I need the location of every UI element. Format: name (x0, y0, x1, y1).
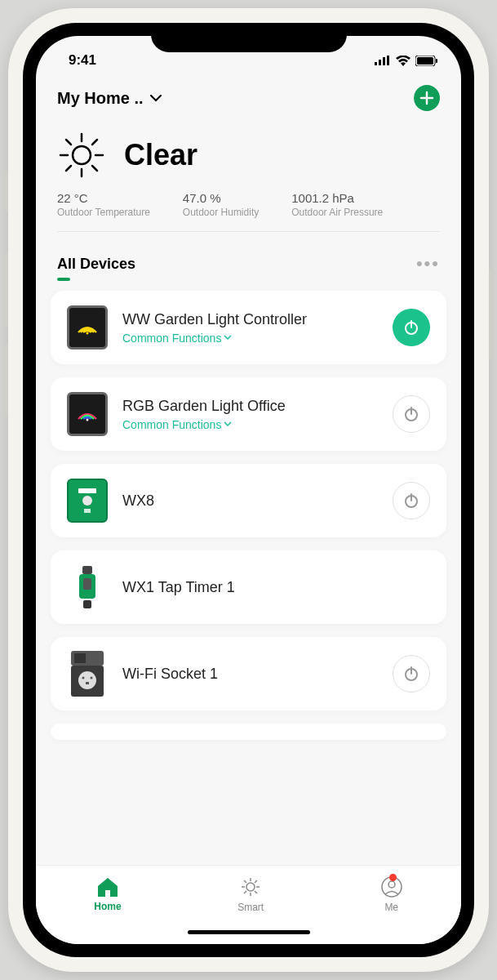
svg-line-15 (92, 140, 97, 145)
stat-humidity: 47.0 % Outdoor Humidity (183, 191, 259, 218)
wifi-icon (396, 56, 410, 66)
app-screen: 9:41 My Home .. (36, 36, 461, 944)
home-indicator[interactable] (188, 930, 310, 934)
device-card[interactable]: WX8 (51, 464, 446, 537)
common-functions-link[interactable]: Common Functions (122, 418, 378, 431)
svg-rect-30 (83, 600, 91, 608)
device-thumb-socket (67, 652, 108, 696)
home-icon (96, 876, 119, 898)
svg-line-47 (244, 891, 246, 893)
nav-home[interactable]: Home (94, 876, 121, 912)
svg-rect-27 (82, 566, 92, 574)
nav-label: Me (384, 902, 398, 913)
svg-point-50 (388, 881, 395, 888)
bottom-nav: Home Smart Me (36, 865, 461, 920)
stat-value: 47.0 % (183, 191, 259, 205)
device-info: WW Garden Light Controller Common Functi… (122, 311, 378, 345)
svg-point-36 (91, 677, 93, 679)
nav-smart[interactable]: Smart (237, 875, 264, 913)
stat-label: Outdoor Humidity (183, 207, 259, 218)
stat-value: 22 °C (57, 191, 150, 205)
device-name: WX1 Tap Timer 1 (122, 579, 430, 596)
svg-line-13 (92, 166, 97, 171)
home-name: My Home .. (57, 89, 144, 108)
device-name: WW Garden Light Controller (122, 311, 378, 328)
chevron-down-icon (150, 95, 162, 102)
device-card[interactable]: WW Garden Light Controller Common Functi… (51, 291, 446, 364)
power-icon (402, 665, 420, 683)
device-card[interactable]: WX1 Tap Timer 1 (51, 550, 446, 624)
weather-condition: Clear (124, 138, 197, 172)
home-indicator-area (36, 920, 461, 944)
stat-pressure: 1001.2 hPa Outdoor Air Pressure (291, 191, 383, 218)
device-name: RGB Garden Light Office (122, 398, 378, 415)
stat-label: Outdoor Temperature (57, 207, 150, 218)
svg-line-14 (66, 166, 71, 171)
svg-rect-37 (86, 682, 89, 684)
home-selector[interactable]: My Home .. (57, 89, 162, 108)
svg-line-48 (255, 880, 257, 883)
plus-icon (419, 91, 434, 105)
nav-label: Smart (237, 902, 264, 913)
device-card-partial[interactable] (51, 724, 446, 740)
stat-value: 1001.2 hPa (291, 191, 383, 205)
svg-rect-0 (375, 62, 377, 65)
power-button[interactable] (393, 309, 430, 346)
common-functions-link[interactable]: Common Functions (122, 332, 378, 345)
tab-all-devices[interactable]: All Devices (57, 256, 135, 273)
svg-rect-22 (78, 488, 96, 493)
phone-bezel: 9:41 My Home .. (23, 23, 474, 957)
phone-frame: 9:41 My Home .. (8, 8, 489, 972)
sun-icon (57, 131, 106, 180)
svg-rect-1 (379, 60, 381, 65)
status-time: 9:41 (69, 52, 96, 69)
svg-point-35 (82, 677, 85, 679)
power-button[interactable] (393, 655, 430, 693)
cellular-icon (375, 56, 391, 65)
device-card[interactable]: Wi-Fi Socket 1 (51, 637, 446, 710)
svg-rect-24 (84, 509, 91, 513)
weather-main: Clear (57, 131, 440, 180)
device-info: Wi-Fi Socket 1 (122, 666, 378, 683)
svg-line-12 (66, 140, 71, 145)
device-list[interactable]: WW Garden Light Controller Common Functi… (36, 279, 461, 865)
device-name: WX8 (122, 492, 378, 510)
device-info: WX1 Tap Timer 1 (122, 579, 430, 596)
smart-icon (239, 875, 262, 898)
device-thumb-wx1 (67, 565, 108, 609)
device-card[interactable]: RGB Garden Light Office Common Functions (51, 377, 446, 451)
svg-line-45 (244, 880, 246, 883)
nav-me[interactable]: Me (380, 875, 403, 913)
svg-rect-5 (417, 57, 433, 65)
phone-notch (151, 23, 347, 52)
weather-stats: 22 °C Outdoor Temperature 47.0 % Outdoor… (57, 191, 440, 232)
device-info: WX8 (122, 492, 378, 510)
device-info: RGB Garden Light Office Common Functions (122, 398, 378, 431)
device-thumb-wx8 (67, 479, 108, 523)
device-name: Wi-Fi Socket 1 (122, 666, 378, 683)
stat-temperature: 22 °C Outdoor Temperature (57, 191, 150, 218)
battery-icon (415, 56, 438, 66)
app-header: My Home .. (36, 77, 461, 116)
svg-rect-3 (387, 56, 389, 65)
svg-point-7 (73, 146, 91, 164)
svg-rect-6 (436, 59, 437, 63)
svg-rect-32 (74, 653, 86, 663)
power-button[interactable] (393, 482, 430, 519)
nav-label: Home (94, 901, 121, 912)
power-button[interactable] (393, 395, 430, 433)
svg-point-19 (87, 419, 89, 421)
more-dots[interactable]: ••• (416, 253, 440, 274)
chevron-down-icon (224, 421, 232, 427)
power-icon (402, 492, 420, 510)
svg-point-40 (246, 883, 255, 891)
svg-line-46 (255, 891, 257, 893)
svg-point-16 (87, 332, 89, 335)
device-thumb-rgb-light (67, 392, 108, 436)
stat-label: Outdoor Air Pressure (291, 207, 383, 218)
power-icon (402, 318, 420, 336)
status-icons (375, 56, 438, 66)
add-button[interactable] (414, 85, 440, 111)
weather-section[interactable]: Clear 22 °C Outdoor Temperature 47.0 % O… (36, 116, 461, 240)
notification-badge (389, 874, 397, 881)
